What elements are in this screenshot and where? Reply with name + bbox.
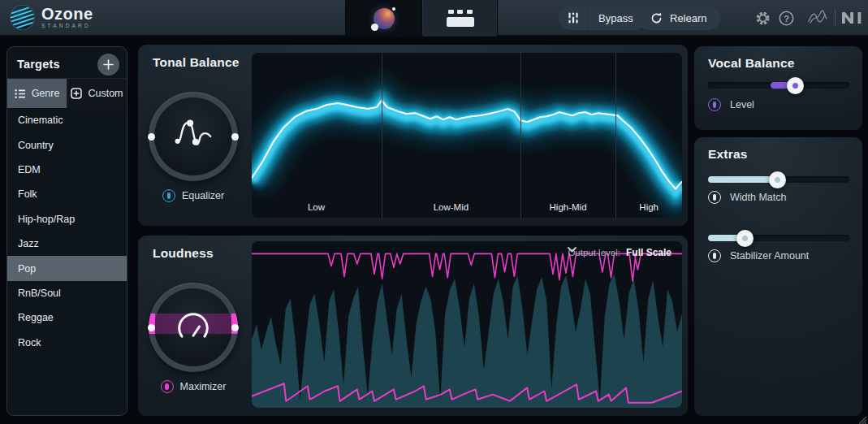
tonal-balance-display: Low Low-Mid High-Mid High: [252, 53, 682, 218]
genre-item-hip-hop-rap[interactable]: Hip-hop/Rap: [7, 207, 127, 231]
eq-curve-icon: [149, 92, 238, 181]
ozone-logo-icon: [11, 6, 34, 29]
relearn-label: Relearn: [670, 12, 707, 24]
relearn-refresh-icon: [650, 11, 663, 25]
help-icon[interactable]: ?: [777, 9, 795, 27]
width-match-slider-handle[interactable]: [769, 171, 786, 188]
stabilizer-amount-slider-handle[interactable]: [736, 230, 754, 247]
add-target-button[interactable]: [97, 54, 119, 76]
genre-item-reggae[interactable]: Reggae: [7, 305, 127, 330]
maximizer-power-toggle[interactable]: [161, 380, 174, 393]
genre-item-country[interactable]: Country: [7, 132, 127, 157]
tab-signal-chain[interactable]: [423, 0, 498, 37]
targets-title: Targets: [17, 58, 60, 71]
izotope-mark-icon: [805, 9, 830, 27]
equalizer-power-toggle[interactable]: [162, 189, 175, 202]
band-label-low: Low: [308, 202, 325, 212]
resize-handle[interactable]: [857, 413, 866, 422]
vocal-level-power-toggle[interactable]: [708, 98, 721, 111]
tab-master-assistant[interactable]: [345, 0, 422, 37]
width-match-label: Width Match: [730, 192, 786, 203]
assistant-planet-icon: [374, 8, 395, 29]
vocal-balance-title: Vocal Balance: [708, 56, 795, 71]
genre-item-edm[interactable]: EDM: [7, 158, 127, 182]
topbar-divider: [835, 10, 836, 26]
band-label-high-mid: High-Mid: [550, 202, 587, 212]
vocal-level-label: Level: [730, 99, 754, 110]
width-match-slider[interactable]: [708, 171, 849, 188]
genre-item-rnb-soul[interactable]: RnB/Soul: [7, 281, 127, 305]
tonal-balance-title: Tonal Balance: [153, 55, 240, 70]
band-label-high: High: [639, 202, 659, 212]
vocal-level-slider-handle[interactable]: [787, 77, 804, 94]
add-custom-icon: [71, 88, 82, 99]
tab-genre[interactable]: Genre: [7, 79, 67, 108]
app-edition: STANDARD: [41, 23, 93, 28]
output-level-dropdown[interactable]: Output level: Full Scale: [568, 247, 672, 258]
equalizer-knob[interactable]: [149, 92, 238, 181]
loudness-display: Output level: Full Scale: [252, 241, 682, 408]
vocal-level-slider[interactable]: [708, 77, 849, 93]
targets-sidebar: Targets Genre Custom: [6, 46, 127, 416]
maximizer-knob[interactable]: [149, 283, 238, 372]
gauge-icon: [149, 283, 238, 372]
genre-list: CinematicCountryEDMFolkHip-hop/RapJazzPo…: [7, 108, 127, 415]
app-logo: Ozone STANDARD: [11, 6, 93, 29]
stabilizer-amount-label: Stabilizer Amount: [730, 250, 809, 262]
tab-genre-label: Genre: [32, 88, 60, 99]
extras-title: Extras: [708, 147, 748, 162]
loudness-waveform: [252, 241, 682, 408]
genre-item-folk[interactable]: Folk: [7, 182, 127, 206]
plus-icon: [103, 59, 114, 70]
app-title: Ozone: [41, 6, 93, 22]
loudness-title: Loudness: [153, 246, 214, 261]
band-label-low-mid: Low-Mid: [434, 202, 469, 212]
genre-item-jazz[interactable]: Jazz: [7, 231, 127, 256]
maximizer-label: Maximizer: [180, 381, 227, 392]
genre-item-pop[interactable]: Pop: [7, 256, 127, 280]
band-divider: [520, 53, 521, 218]
targets-tabs: Genre Custom: [7, 78, 127, 108]
ozone-window: Ozone STANDARD: [0, 0, 868, 424]
genre-item-cinematic[interactable]: Cinematic: [7, 108, 127, 132]
relearn-button[interactable]: Relearn: [637, 6, 720, 30]
top-bar: Ozone STANDARD: [0, 0, 868, 37]
native-instruments-logo: [841, 9, 864, 27]
loudness-panel: Loudness Maximizer Output level:: [138, 236, 688, 416]
genre-item-rock[interactable]: Rock: [7, 331, 127, 355]
band-divider: [382, 53, 382, 218]
settings-gear-icon[interactable]: [754, 9, 771, 27]
io-faders-icon[interactable]: [559, 6, 588, 30]
bypass-button[interactable]: Bypass: [559, 6, 646, 30]
vocal-balance-panel: Vocal Balance Level: [694, 46, 862, 130]
stabilizer-amount-slider[interactable]: [708, 230, 849, 246]
stabilizer-power-toggle[interactable]: [708, 249, 721, 262]
tonal-balance-panel: Tonal Balance Equalizer: [138, 45, 688, 226]
tab-custom[interactable]: Custom: [67, 79, 127, 108]
extras-panel: Extras Width Match Stabilizer Amount: [694, 137, 862, 416]
spectrum-curve: [252, 53, 682, 218]
list-icon: [15, 89, 26, 99]
band-divider: [615, 53, 616, 218]
equalizer-label: Equalizer: [182, 190, 224, 201]
output-level-value: Full Scale: [626, 247, 672, 258]
chevron-down-icon: [568, 247, 577, 253]
svg-text:?: ?: [784, 13, 789, 23]
tab-custom-label: Custom: [88, 88, 123, 99]
width-match-power-toggle[interactable]: [708, 191, 721, 204]
modules-icon: [447, 10, 474, 27]
